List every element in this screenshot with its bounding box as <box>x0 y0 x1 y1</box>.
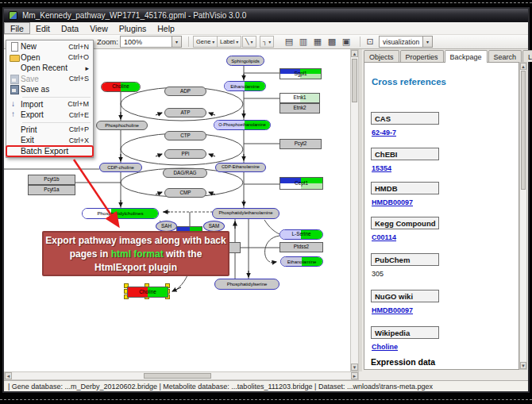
pathway-node-phosphatidylcholines[interactable]: Phosphatidylcholines <box>82 208 159 219</box>
canvas-vertical-scrollbar[interactable]: ▲ ▼ <box>350 49 359 371</box>
reference-link[interactable]: HMDB00097 <box>372 306 413 314</box>
pathway-node-sgpl1[interactable]: Sgpl1 <box>279 68 322 79</box>
pathway-node-choline-selected[interactable]: Choline <box>127 287 168 298</box>
pathway-node-sah[interactable]: SAH <box>156 221 177 232</box>
scroll-right-icon[interactable]: ► <box>351 372 358 379</box>
pathway-node-o-phosphoethanolamine[interactable]: O-Phosphoethanolamine <box>214 120 271 130</box>
node-label: Ptdss2 <box>294 244 309 249</box>
pathway-node-pcyt1b[interactable]: Pcyt1b <box>28 175 75 185</box>
pathway-node-l-serine[interactable]: L-Serine <box>279 229 323 240</box>
chevron-down-icon[interactable]: ▾ <box>236 39 238 44</box>
pathway-node-sphingolipids[interactable]: Sphingolipids <box>226 56 264 66</box>
align-center-horizontal-icon[interactable]: ▤ <box>282 36 296 48</box>
chevron-down-icon[interactable]: ▾ <box>422 37 432 47</box>
tab-properties[interactable]: Properties <box>400 50 444 62</box>
file-menu-item-save-as[interactable]: Save as <box>6 84 93 95</box>
pathway-node-dag[interactable]: DAG/RAG <box>163 168 207 178</box>
layout-icon[interactable]: ⊡ <box>363 36 377 48</box>
tab-legend[interactable]: Legend <box>522 50 532 62</box>
expression-data-heading: Expression data <box>371 357 435 367</box>
alignment-icon-group: ▤▥▦▩▣ <box>282 36 353 48</box>
file-menu-item-exit[interactable]: ExitCtrl+X <box>6 135 93 146</box>
file-menu-item-print[interactable]: PrintCtrl+P <box>6 125 93 136</box>
reference-source-kegg-compound: Kegg Compound <box>371 217 439 229</box>
pathway-node-sam[interactable]: SAM <box>203 221 225 232</box>
menu-shortcut: Ctrl+X <box>63 137 89 144</box>
menubar-item-help[interactable]: Help <box>152 22 180 34</box>
file-menu-item-open[interactable]: OpenCtrl+O <box>6 52 93 63</box>
scrollbar-thumb[interactable] <box>144 373 211 379</box>
menubar-item-edit[interactable]: Edit <box>30 22 56 34</box>
label-tool-button[interactable]: Label▾ <box>217 36 241 48</box>
menu-item-label: Open Recent <box>21 63 67 72</box>
pathway-node-cmp[interactable]: CMP <box>164 188 206 198</box>
file-menu-item-export[interactable]: ExportCtrl+E <box>6 110 93 121</box>
menubar-item-plugins[interactable]: Plugins <box>114 22 152 34</box>
node-label: Choline <box>139 290 156 294</box>
reference-link[interactable]: Choline <box>372 343 398 351</box>
tab-objects[interactable]: Objects <box>364 50 399 62</box>
visualization-combobox[interactable]: visualization ▾ <box>379 36 433 48</box>
scroll-up-icon[interactable]: ▲ <box>351 50 358 57</box>
scroll-left-icon[interactable]: ◄ <box>5 372 12 379</box>
distribute-horizontal-icon[interactable]: ▦ <box>310 36 325 48</box>
pathway-node-pcyt2[interactable]: Pcyt2 <box>279 139 322 149</box>
reference-value: 305 <box>372 270 384 278</box>
pathway-node-phosphatidylethanolamine[interactable]: Phosphatidylethanolamine <box>212 208 279 219</box>
menu-shortcut: Ctrl+S <box>63 75 89 83</box>
chevron-down-icon[interactable]: ▾ <box>268 39 271 44</box>
pathway-node-phosphocholine[interactable]: Phosphocholine <box>96 121 148 130</box>
chevron-down-icon[interactable]: ▾ <box>251 39 253 44</box>
file-menu-item-import[interactable]: ImportCtrl+M <box>6 99 93 110</box>
tab-backpage[interactable]: Backpage <box>445 50 488 63</box>
scroll-down-icon[interactable]: ▼ <box>520 362 526 369</box>
line-tool-button[interactable]: ╲▾ <box>242 36 256 48</box>
menubar-item-data[interactable]: Data <box>56 22 84 34</box>
pathway-node-etnk1[interactable]: Etnk1 <box>279 93 320 103</box>
title-bar[interactable]: Mm_Kennedy_pathway_WP1771_45176.gpml - P… <box>4 9 528 22</box>
scroll-up-icon[interactable]: ▲ <box>520 63 526 70</box>
scrollbar-thumb[interactable] <box>352 59 357 102</box>
scroll-down-icon[interactable]: ▼ <box>351 364 358 371</box>
pathway-node-ppi[interactable]: PPi <box>164 149 206 159</box>
connector-tool-button[interactable]: ┐▾ <box>260 36 274 48</box>
pathway-node-cdp-ethanolamine[interactable]: CDP-Ethanolamine <box>215 163 266 172</box>
pathway-node-atp[interactable]: ATP <box>164 108 206 117</box>
pathway-node-ethanolamine-top[interactable]: Ethanolamine <box>224 81 266 91</box>
reference-link[interactable]: HMDB00097 <box>372 198 413 206</box>
menubar-item-view[interactable]: View <box>84 22 114 34</box>
menubar-item-file[interactable]: File <box>4 22 30 34</box>
node-label: Choline <box>112 84 129 89</box>
reference-link[interactable]: 62-49-7 <box>372 129 396 137</box>
pathway-node-ptdss2[interactable]: Ptdss2 <box>279 242 323 252</box>
zoom-combobox[interactable]: 100% ▾ <box>120 36 182 48</box>
distribute-vertical-icon[interactable]: ▩ <box>325 36 339 48</box>
tab-search[interactable]: Search <box>488 50 522 62</box>
pathway-node-phosphatidylserine[interactable]: Phosphatidylserine <box>214 279 279 290</box>
file-menu-item-open-recent[interactable]: Open Recent▸ <box>6 63 93 74</box>
pathway-node-ethanolamine-bottom[interactable]: Ethanolamine <box>280 256 323 267</box>
pathway-node-etnk2[interactable]: Etnk2 <box>279 103 320 114</box>
file-menu-item-batch-export[interactable]: Batch Export <box>6 146 93 157</box>
blank-icon <box>9 63 21 72</box>
pathway-node-pcyt1a[interactable]: Pcyt1a <box>28 185 75 195</box>
reference-link[interactable]: 15354 <box>372 164 391 172</box>
pathway-node-pisd[interactable] <box>228 242 241 253</box>
align-center-vertical-icon[interactable]: ▥ <box>296 36 310 48</box>
stack-icon[interactable]: ▣ <box>339 36 353 48</box>
pathway-node-cept1[interactable]: Cept1 <box>279 177 323 190</box>
file-menu-item-save[interactable]: SaveCtrl+S <box>6 74 93 85</box>
zoom-dropdown-icon[interactable]: ▾ <box>172 37 181 47</box>
menu-separator <box>22 97 91 98</box>
pathway-node-choline-top[interactable]: Choline <box>101 82 141 92</box>
reference-link[interactable]: C00114 <box>372 233 396 241</box>
gene-tool-button[interactable]: Gene▾ <box>193 36 218 48</box>
file-menu-item-new[interactable]: NewCtrl+N <box>6 41 93 52</box>
pathway-node-adp[interactable]: ADP <box>164 87 206 96</box>
scrollbar-thumb[interactable] <box>521 71 526 190</box>
pathway-node-cdp-choline[interactable]: CDP-choline <box>99 163 142 172</box>
canvas-horizontal-scrollbar[interactable]: ◄ ► <box>4 371 359 380</box>
panel-vertical-scrollbar[interactable]: ▲ ▼ <box>519 62 527 370</box>
chevron-down-icon[interactable]: ▾ <box>212 39 214 44</box>
pathway-node-ctp[interactable]: CTP <box>164 131 206 140</box>
